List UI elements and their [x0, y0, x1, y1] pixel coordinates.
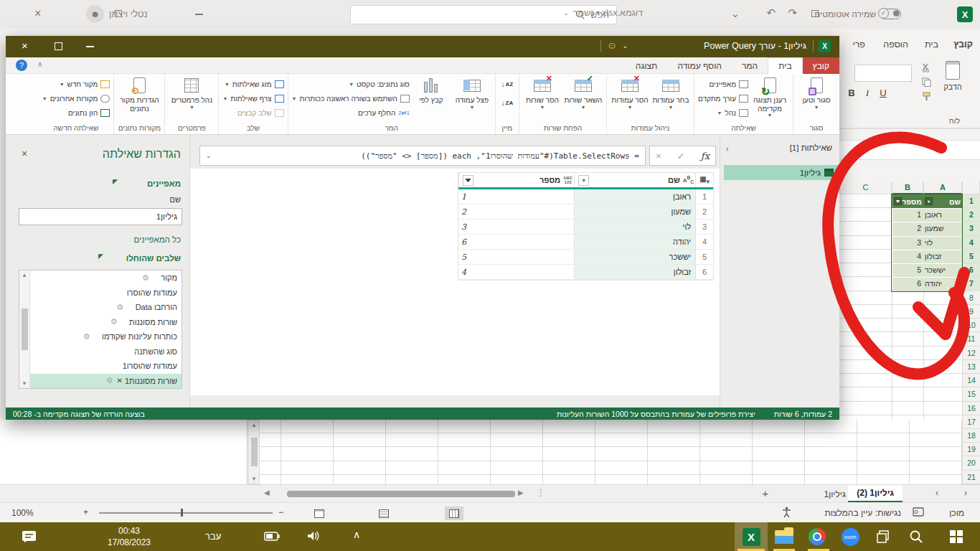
help-icon[interactable]: ? — [16, 60, 27, 71]
zoom-slider-thumb[interactable] — [181, 509, 183, 517]
recent-sources-button[interactable]: מקורות אחרונים▼ — [42, 93, 110, 104]
vscroll-thumb[interactable] — [251, 438, 258, 466]
step-label[interactable]: עמודות שהוסרו1 — [123, 362, 177, 370]
header-number-cell[interactable]: מספר — [892, 194, 923, 208]
row-header[interactable]: 7 — [962, 277, 980, 291]
macro-record-icon[interactable] — [913, 507, 924, 517]
battery-icon[interactable] — [264, 532, 280, 541]
row-number-header[interactable]: ▦▾ — [695, 173, 713, 187]
keep-rows-button[interactable]: ✓ השאר שורות▼ — [564, 76, 603, 110]
step-label[interactable]: סוג שהשתנה — [134, 347, 177, 356]
preview-row[interactable]: 3 לוי 3 — [458, 220, 713, 235]
col-header-c[interactable]: C — [839, 182, 892, 194]
tab-file[interactable]: קובץ — [953, 39, 973, 50]
excel-formula-bar[interactable] — [839, 140, 980, 160]
name-cell[interactable]: זבולון — [574, 265, 695, 279]
row-header[interactable]: 13 — [962, 360, 980, 374]
zoom-app-icon[interactable]: zoom — [834, 522, 867, 551]
number-cell[interactable]: 3 — [458, 220, 574, 234]
formula-input[interactable]: = Table.SelectRows(#"עמודות שהוסרו1", ea… — [199, 146, 646, 166]
steps-scrollbar[interactable]: ▲ ▼ — [19, 270, 30, 388]
header-name-cell[interactable]: ▾ שם — [923, 194, 962, 208]
row-header[interactable]: 11 — [962, 332, 980, 346]
new-source-button[interactable]: מקור חדש▼ — [42, 79, 110, 90]
step-label[interactable]: שורות מסוננות — [129, 318, 177, 326]
name-cell[interactable]: יהודה — [923, 277, 962, 291]
row-header[interactable]: 1 — [962, 194, 980, 208]
gear-icon[interactable]: ⚙ — [106, 376, 113, 385]
row-header[interactable]: 14 — [962, 374, 980, 387]
zoom-in-button[interactable]: + — [83, 507, 88, 517]
zoom-level[interactable]: 100% — [11, 508, 34, 518]
append-queries-button[interactable]: צרף שאילתות▼ — [222, 93, 283, 104]
excel-taskbar-icon[interactable]: X — [735, 522, 768, 551]
profiling-status[interactable]: יצירת פרופילים של עמודות בהתבסס על 1000 … — [557, 410, 755, 418]
font-name-box[interactable] — [854, 65, 912, 82]
number-cell[interactable]: 4 — [458, 265, 574, 279]
tab-transform[interactable]: המר — [732, 57, 768, 74]
tab-home[interactable]: בית — [925, 39, 938, 50]
number-cell[interactable]: 4 — [892, 250, 923, 263]
properties-button[interactable]: מאפיינים — [698, 79, 748, 90]
applied-step[interactable]: מקור ✕ ⚙ — [30, 270, 182, 286]
scroll-down-icon[interactable]: ▼ — [22, 380, 27, 387]
name-cell[interactable]: יששכר — [574, 250, 695, 264]
number-cell[interactable]: 6 — [458, 235, 574, 249]
tab-add-column[interactable]: הוסף עמודה — [667, 57, 732, 74]
tab-pagelayout[interactable]: פרי — [852, 39, 865, 50]
customize-toolbar-icon[interactable]: ⌄ — [730, 7, 740, 20]
split-column-button[interactable]: פצל עמודה▼ — [453, 76, 491, 110]
name-cell[interactable]: לוי — [923, 236, 962, 250]
speaker-icon[interactable] — [307, 530, 320, 542]
step-label[interactable]: מקור — [161, 273, 177, 282]
close-and-load-button[interactable]: ▦ סגור וטען▼ — [797, 76, 836, 110]
taskbar-search-icon[interactable] — [900, 522, 933, 551]
tab-file[interactable]: קובץ — [803, 57, 839, 74]
gear-icon[interactable]: ⚙ — [142, 273, 149, 283]
minimize-icon[interactable] — [86, 46, 94, 47]
name-cell[interactable]: שמעון — [574, 204, 695, 219]
copy-icon[interactable] — [922, 77, 931, 87]
step-label[interactable]: עמודות שהוסרו — [127, 288, 177, 297]
name-cell[interactable]: יהודה — [574, 235, 695, 249]
sort-ascending-button[interactable]: AZ↓ — [499, 76, 515, 92]
select-all-corner[interactable] — [962, 182, 980, 194]
hscroll-right-icon[interactable]: ▶ — [518, 489, 524, 496]
use-first-row-headers-button[interactable]: השתמש בשורה ראשונה ככותרות▼ — [292, 93, 410, 104]
start-button[interactable] — [940, 522, 973, 551]
step-label[interactable]: שורות מסוננות1 — [125, 377, 177, 385]
file-name[interactable]: דוגמא.xlsx • נשמר⌄ — [563, 8, 643, 18]
tray-expand-icon[interactable]: ∧ — [353, 529, 360, 540]
hscroll-thumb[interactable] — [287, 491, 515, 497]
cut-icon[interactable] — [922, 63, 931, 72]
gear-icon[interactable]: ⚙ — [83, 332, 90, 342]
number-cell[interactable]: 3 — [892, 236, 923, 250]
autosave-toggle[interactable]: ✓ — [880, 9, 901, 19]
remove-rows-button[interactable]: ✕ הסר שורות▼ — [523, 76, 562, 110]
number-cell[interactable]: 5 — [458, 250, 574, 264]
choose-columns-button[interactable]: בחר עמודות▼ — [651, 76, 690, 110]
name-cell[interactable]: ראובן — [923, 208, 962, 222]
row-header[interactable]: 21 — [962, 471, 980, 484]
undo-icon[interactable]: ↶ — [766, 6, 776, 19]
bold-button[interactable]: B — [845, 88, 858, 98]
data-source-settings-button[interactable]: ⚙ הגדרות מקור נתונים — [118, 76, 161, 113]
task-view-icon[interactable] — [867, 522, 900, 551]
filter-dropdown-icon[interactable]: ▼ — [578, 175, 589, 186]
merge-queries-button[interactable]: מזג שאילתות▼ — [222, 79, 283, 90]
row-header[interactable]: 6 — [962, 263, 980, 277]
italic-button[interactable]: I — [861, 88, 874, 99]
user-name[interactable]: נטלי ויצמן — [109, 9, 148, 19]
number-cell[interactable]: 2 — [458, 204, 574, 219]
sheet-grid-bottom[interactable] — [260, 420, 962, 484]
row-header[interactable]: 19 — [962, 443, 980, 456]
combine-files-button[interactable]: שלב קבצים — [222, 108, 283, 118]
query-name-input[interactable]: גיליון1 — [19, 208, 182, 225]
commit-icon[interactable]: ✓ — [677, 151, 685, 161]
table-row[interactable]: 2 שמעון — [892, 222, 962, 235]
gear-icon[interactable]: ⚙ — [110, 317, 118, 326]
collapse-ribbon-icon[interactable]: ∧ — [37, 60, 42, 68]
row-header[interactable]: 17 — [962, 415, 980, 429]
preview-row[interactable]: 4 זבולון 6 — [458, 265, 713, 280]
number-cell[interactable]: 6 — [892, 277, 923, 291]
